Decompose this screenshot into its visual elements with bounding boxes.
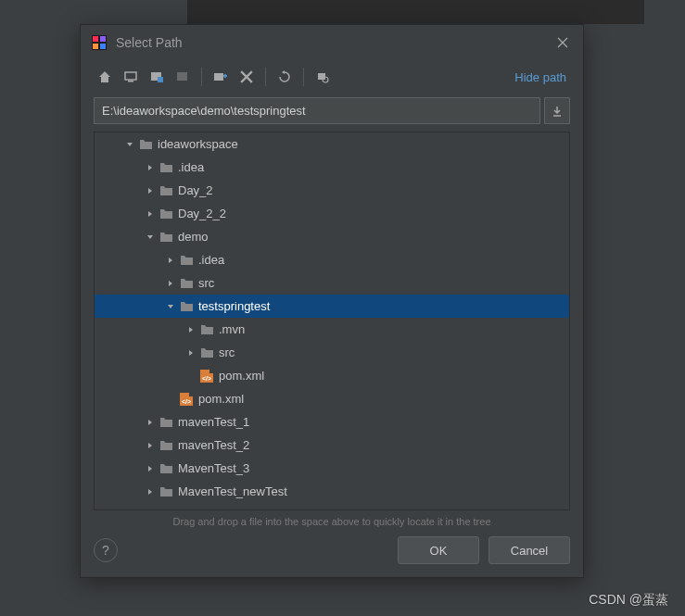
chevron-down-icon[interactable] xyxy=(122,141,137,148)
tree-row[interactable]: src xyxy=(95,341,569,364)
folder-icon xyxy=(137,138,154,150)
folder-icon xyxy=(178,254,195,266)
titlebar: Select Path xyxy=(81,25,583,60)
tree-row[interactable]: .mvn xyxy=(95,318,569,341)
tree-row[interactable]: pom.xml xyxy=(95,364,569,387)
folder-icon xyxy=(158,184,174,196)
close-icon[interactable] xyxy=(553,33,572,52)
select-path-dialog: Select Path Hide xyxy=(80,24,584,578)
ok-button[interactable]: OK xyxy=(398,536,479,564)
project-icon[interactable] xyxy=(146,66,168,88)
chevron-right-icon[interactable] xyxy=(143,442,158,449)
tree-item-label: pom.xml xyxy=(198,392,244,406)
chevron-right-icon[interactable] xyxy=(184,349,198,357)
tree-row[interactable]: .idea xyxy=(95,248,569,271)
separator xyxy=(303,68,304,86)
watermark: CSDN @蛋蒸 xyxy=(589,592,668,609)
folder-icon xyxy=(158,161,174,173)
chevron-right-icon[interactable] xyxy=(143,164,158,171)
intellij-icon xyxy=(92,35,107,50)
tree-item-label: mavenTest_1 xyxy=(178,415,249,429)
module-icon[interactable] xyxy=(171,66,194,88)
tree-row[interactable]: mavenTest_1 xyxy=(95,410,569,434)
tree-row[interactable]: MavenTest_newTest xyxy=(95,480,569,503)
tree-item-label: demo xyxy=(178,230,209,244)
svg-rect-5 xyxy=(125,72,136,80)
tree-item-label: MavenTest_newTest xyxy=(178,484,287,498)
tree-scroll[interactable]: ideaworkspace.ideaDay_2Day_2_2demo.ideas… xyxy=(95,132,569,509)
chevron-right-icon[interactable] xyxy=(163,280,178,287)
chevron-down-icon[interactable] xyxy=(163,303,178,310)
folder-icon xyxy=(158,462,174,474)
chevron-right-icon[interactable] xyxy=(143,419,158,426)
tree-row[interactable]: mavenTest_2 xyxy=(95,434,569,457)
svg-rect-8 xyxy=(158,77,163,82)
toolbar: Hide path xyxy=(81,60,583,97)
folder-icon xyxy=(178,300,195,312)
folder-icon xyxy=(158,439,174,451)
refresh-icon[interactable] xyxy=(273,66,296,88)
tree-item-label: pom.xml xyxy=(219,369,264,383)
chevron-right-icon[interactable] xyxy=(143,465,158,472)
tree-row[interactable]: demo xyxy=(95,225,569,248)
tree-row[interactable]: .idea xyxy=(95,156,569,179)
hint-text: Drag and drop a file into the space abov… xyxy=(81,510,583,536)
svg-rect-2 xyxy=(100,36,106,42)
download-icon[interactable] xyxy=(544,97,570,124)
chevron-right-icon[interactable] xyxy=(143,210,158,218)
separator xyxy=(265,68,266,86)
svg-rect-9 xyxy=(177,72,187,81)
chevron-down-icon[interactable] xyxy=(143,233,158,241)
tree-item-label: testspringtest xyxy=(198,299,270,313)
folder-icon xyxy=(158,485,174,497)
path-input[interactable] xyxy=(94,97,540,124)
desktop-icon[interactable] xyxy=(120,66,142,88)
tree-item-label: .idea xyxy=(178,160,204,174)
tree-item-label: MavenTest_3 xyxy=(178,461,249,475)
button-row: ? OK Cancel xyxy=(81,536,583,577)
tree-item-label: Day_2_2 xyxy=(178,207,226,220)
tree-row[interactable]: testspringtest xyxy=(95,295,569,318)
tree-row[interactable]: Day_2_2 xyxy=(95,202,569,225)
svg-rect-11 xyxy=(318,73,325,80)
svg-rect-3 xyxy=(93,44,98,49)
show-hidden-icon[interactable] xyxy=(311,66,334,88)
tree-item-label: ideaworkspace xyxy=(158,137,238,151)
xml-file-icon xyxy=(198,370,215,383)
hide-path-link[interactable]: Hide path xyxy=(514,70,566,84)
folder-icon xyxy=(178,277,195,289)
folder-icon xyxy=(198,346,215,358)
dialog-title: Select Path xyxy=(116,35,553,50)
folder-icon xyxy=(198,323,215,335)
folder-icon xyxy=(158,207,174,220)
tree-row[interactable]: pom.xml xyxy=(95,387,569,410)
cancel-button[interactable]: Cancel xyxy=(488,536,570,564)
tree-item-label: .idea xyxy=(198,253,224,267)
svg-rect-1 xyxy=(93,36,98,42)
tree-row[interactable]: MavenTest_3 xyxy=(95,457,569,480)
home-icon[interactable] xyxy=(94,66,116,88)
tree-item-label: Day_2 xyxy=(178,183,213,197)
svg-rect-4 xyxy=(100,44,106,49)
tree-row[interactable]: src xyxy=(95,271,569,295)
file-tree: ideaworkspace.ideaDay_2Day_2_2demo.ideas… xyxy=(94,132,570,510)
chevron-right-icon[interactable] xyxy=(163,257,178,264)
separator xyxy=(201,68,202,86)
xml-file-icon xyxy=(178,393,195,406)
folder-icon xyxy=(158,231,174,243)
tree-row[interactable]: Day_2 xyxy=(95,179,569,202)
tree-row[interactable]: ideaworkspace xyxy=(95,132,569,156)
chevron-right-icon[interactable] xyxy=(184,326,198,333)
tree-item-label: src xyxy=(219,346,235,359)
chevron-right-icon[interactable] xyxy=(143,488,158,496)
folder-icon xyxy=(158,416,174,428)
path-row xyxy=(81,97,583,132)
svg-rect-10 xyxy=(214,73,223,81)
delete-icon[interactable] xyxy=(235,66,258,88)
new-folder-icon[interactable] xyxy=(209,66,232,88)
tree-item-label: mavenTest_2 xyxy=(178,438,249,452)
tree-item-label: src xyxy=(198,276,214,290)
svg-rect-6 xyxy=(128,81,133,82)
chevron-right-icon[interactable] xyxy=(143,187,158,195)
help-button[interactable]: ? xyxy=(94,538,118,562)
